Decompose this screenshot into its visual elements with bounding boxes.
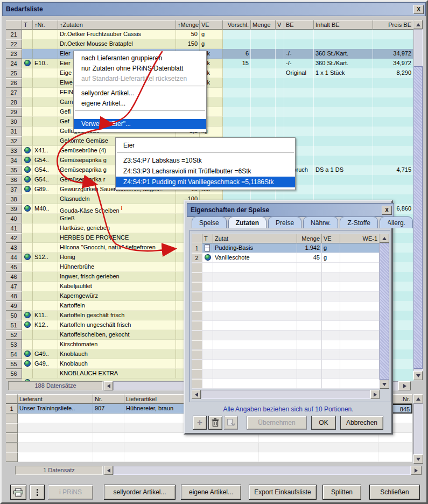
cell-zutat[interactable]: KNOBLAUCH EXTRA [58, 369, 176, 379]
context-menu-item-5[interactable]: eigene Artikel... [74, 99, 206, 109]
add-ingredient-button[interactable]: + [193, 416, 207, 430]
cell-preis[interactable] [373, 97, 413, 107]
supplier-scroll-right-button[interactable] [411, 466, 422, 475]
dialog-table-row-2[interactable]: 2Vanilleschote45g [192, 253, 380, 263]
cell-t[interactable] [22, 223, 33, 233]
cell-nr[interactable]: G49.. [33, 359, 58, 369]
cell-inhalt[interactable] [314, 146, 373, 156]
cell-t[interactable] [22, 146, 33, 156]
cell-be[interactable] [284, 39, 314, 49]
cell-zutat[interactable]: Kirschtomaten [58, 340, 176, 349]
cell-n[interactable]: 55 [6, 359, 22, 369]
cell-v[interactable] [276, 117, 284, 127]
cell-inhalt[interactable] [314, 156, 373, 165]
cell-nr[interactable] [33, 272, 58, 282]
cell-t[interactable] [22, 349, 33, 359]
dialog-column-header-ve[interactable]: VE [322, 234, 340, 243]
cell-t[interactable] [22, 340, 33, 349]
cell-preis[interactable] [373, 88, 413, 97]
cell-n[interactable]: 34 [6, 156, 22, 165]
cell-n[interactable]: 30 [6, 117, 22, 127]
cell-lieferant[interactable]: Unser Trainingsliefe.. [18, 404, 93, 414]
dialog-hscrollbar-track[interactable] [201, 390, 370, 399]
cell-zutat[interactable]: Kartoffeln ungeschält frisch [58, 320, 176, 330]
main-table-row-25[interactable]: 25EigeStkOriginal1 x 1 Stück8,290 [6, 68, 413, 78]
cell-n[interactable]: 21 [6, 30, 22, 39]
cell-ve[interactable]: g [200, 30, 223, 39]
cell-be[interactable] [284, 88, 314, 97]
cell-nr[interactable] [33, 330, 58, 340]
cell-ve[interactable]: g [322, 243, 340, 253]
cell-nr[interactable]: M40.. [33, 204, 58, 214]
main-table-row-26[interactable]: 26EiweStk [6, 78, 413, 88]
cell-v[interactable] [276, 107, 284, 117]
dialog-scroll-down-button[interactable] [380, 380, 389, 389]
cell-nr[interactable]: X41.. [33, 146, 58, 156]
cell-nr[interactable] [33, 117, 58, 127]
cell-t[interactable] [22, 97, 33, 107]
cell-zutat[interactable]: Hühnerbrühe [58, 262, 176, 272]
column-header-inhalt[interactable]: Inhalt BE [314, 20, 373, 30]
cell-v[interactable] [276, 68, 284, 78]
cell-n[interactable]: 36 [6, 175, 22, 185]
cell-v[interactable] [276, 30, 284, 39]
column-header-ve[interactable]: VE [200, 20, 223, 30]
cell-inhalt[interactable] [314, 136, 373, 146]
cell-preis[interactable] [373, 39, 413, 49]
main-table-row-28[interactable]: 28Garn [6, 97, 413, 107]
cell-be[interactable] [284, 97, 314, 107]
cell-zutat[interactable]: Dr.Oetker Mousse Bratapfel [58, 39, 176, 49]
cell-be[interactable] [284, 30, 314, 39]
column-header-be[interactable]: BE [284, 20, 314, 30]
options-button[interactable] [30, 485, 45, 500]
cell-inhalt[interactable] [314, 117, 373, 127]
cell-zutat[interactable]: Kartoffeln geschält frisch [58, 311, 176, 320]
cell-inhalt[interactable] [314, 30, 373, 39]
column-header-v[interactable]: V [276, 20, 284, 30]
main-vscrollbar-thumb[interactable] [413, 66, 423, 369]
main-table-row-27[interactable]: 27FEIN [6, 88, 413, 97]
cell-menge2[interactable] [251, 78, 276, 88]
cell-nr[interactable] [33, 97, 58, 107]
cell-n[interactable]: 50 [6, 311, 22, 320]
dialog-scroll-left-button[interactable] [192, 390, 201, 399]
main-table-row-31[interactable]: 31Geflügelspieße1,2kg [6, 127, 413, 136]
cell-inhalt[interactable] [314, 88, 373, 97]
dialog-column-header-num[interactable] [192, 234, 202, 243]
dialog-close-button[interactable]: X [382, 206, 392, 215]
tab-preise[interactable]: Preise [268, 216, 301, 228]
cell-nr[interactable] [33, 49, 58, 59]
prins-button[interactable]: i PRiNS [48, 485, 93, 500]
abbrechen-button[interactable]: Abbrechen [340, 416, 383, 430]
cell-zutat[interactable]: Kabeljaufilet [58, 282, 176, 291]
cell-nr[interactable]: K12.. [33, 320, 58, 330]
cell-zutat[interactable]: Dr.Oetker Fruchtzauber Cassis [58, 30, 176, 39]
cell-be[interactable]: -/- [284, 59, 314, 68]
cell-nr[interactable]: 907 [93, 404, 124, 414]
cell-num[interactable]: 1 [192, 243, 202, 253]
cell-t[interactable] [22, 282, 33, 291]
cell-menge2[interactable] [251, 59, 276, 68]
cell-menge2[interactable] [251, 30, 276, 39]
cell-menge2[interactable] [251, 97, 276, 107]
cell-ve[interactable]: g [200, 39, 223, 49]
delete-ingredient-button[interactable] [208, 416, 222, 430]
cell-zutat[interactable]: Honig [58, 253, 176, 262]
cell-t[interactable] [22, 253, 33, 262]
cell-vorschl[interactable] [223, 127, 251, 136]
cell-menge[interactable]: 50 [176, 30, 200, 39]
tab-speise[interactable]: Speise [192, 216, 227, 228]
cell-n[interactable]: 29 [6, 107, 22, 117]
column-header-zutat[interactable]: ↑Zutaten [58, 20, 176, 30]
cell-inhalt[interactable]: DS a 1 DS [314, 165, 373, 175]
tab-scroll-right-icon[interactable] [384, 221, 389, 227]
cell-nr[interactable]: G89.. [33, 185, 58, 194]
context-menu-item-0[interactable]: nach Lieferanten gruppieren [74, 53, 206, 64]
cell-n[interactable]: 39 [6, 204, 22, 214]
column-header-menge2[interactable]: Menge [251, 20, 276, 30]
cell-n[interactable]: 41 [6, 223, 22, 233]
cell-t[interactable] [22, 214, 33, 223]
supplier-vscrollbar-track[interactable] [413, 403, 423, 454]
cell-t[interactable] [22, 204, 33, 214]
context-menu-item-7[interactable]: Verweise "Eier"... [74, 119, 206, 129]
